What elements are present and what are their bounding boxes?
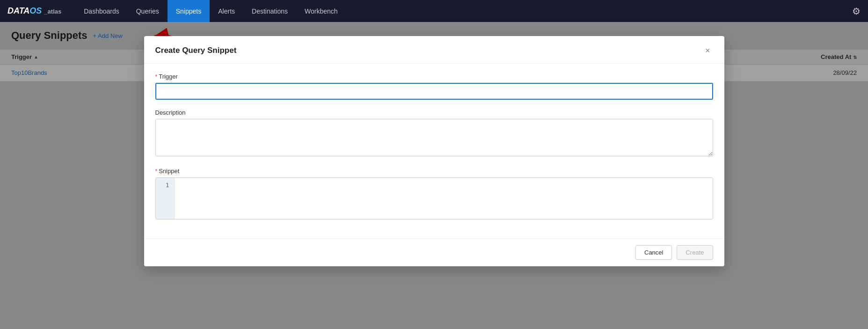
create-query-snippet-modal: Create Query Snippet × * Trigger Descrip… (144, 36, 724, 266)
snippet-form-group: * Snippet 1 (155, 168, 713, 219)
snippet-code-input[interactable] (175, 178, 713, 219)
modal-close-button[interactable]: × (702, 45, 713, 56)
modal-body: * Trigger Description * Snippe (144, 64, 724, 238)
description-form-group: Description (155, 109, 713, 158)
modal-footer: Cancel Create (144, 238, 724, 266)
trigger-form-group: * Trigger (155, 73, 713, 100)
line-number-1: 1 (160, 182, 169, 189)
modal-title: Create Query Snippet (155, 46, 237, 55)
snippet-editor: 1 (155, 177, 713, 219)
cancel-button[interactable]: Cancel (635, 245, 672, 260)
create-button[interactable]: Create (677, 245, 713, 260)
description-label-text: Description (155, 109, 186, 116)
line-numbers: 1 (156, 178, 175, 219)
trigger-label: * Trigger (155, 73, 713, 80)
logo-os: OS (29, 6, 42, 15)
snippet-label: * Snippet (155, 168, 713, 175)
trigger-label-text: Trigger (159, 73, 178, 80)
snippet-label-text: Snippet (159, 168, 179, 175)
page-background: Query Snippets + Add New Trigger ▲ Creat… (0, 22, 868, 329)
snippet-required-star: * (155, 168, 158, 175)
description-label: Description (155, 109, 713, 116)
trigger-required-star: * (155, 73, 158, 80)
trigger-input[interactable] (155, 83, 713, 100)
nav-destinations[interactable]: Destinations (243, 0, 296, 22)
settings-icon[interactable]: ⚙ (852, 6, 861, 17)
top-navigation: DATAOS _atlas Dashboards Queries Snippet… (0, 0, 868, 22)
nav-dashboards[interactable]: Dashboards (75, 0, 128, 22)
modal-header: Create Query Snippet × (144, 36, 724, 64)
modal-overlay: Create Query Snippet × * Trigger Descrip… (0, 22, 868, 329)
description-textarea[interactable] (155, 119, 713, 156)
nav-snippets[interactable]: Snippets (168, 0, 210, 22)
nav-queries[interactable]: Queries (128, 0, 168, 22)
nav-alerts[interactable]: Alerts (210, 0, 243, 22)
nav-workbench[interactable]: Workbench (296, 0, 346, 22)
logo-atlas: _atlas (44, 8, 61, 15)
app-logo: DATAOS _atlas (7, 6, 61, 16)
logo-data: DATA (7, 6, 29, 15)
